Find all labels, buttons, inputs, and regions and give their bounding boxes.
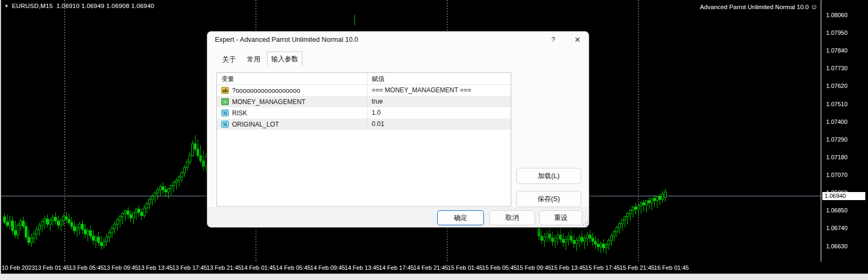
- time-axis-label: 10 Feb 2023: [2, 264, 35, 271]
- price-axis-label: 1.07400: [826, 119, 848, 125]
- mt4-window: ▼EURUSD,M15 1.06910 1.06949 1.06908 1.06…: [0, 0, 868, 280]
- time-axis-label: 14 Feb 21:45: [414, 264, 449, 271]
- chart-symbol-header[interactable]: ▼EURUSD,M15 1.06910 1.06949 1.06908 1.06…: [4, 3, 154, 9]
- time-axis-label: 13 Feb 05:45: [69, 264, 104, 271]
- table-header-row: 变量 赋值: [217, 73, 511, 85]
- param-value[interactable]: === MONEY_MANAGEMENT ===: [367, 85, 511, 96]
- load-button[interactable]: 加载(L): [516, 168, 581, 184]
- expert-advisor-label: Advanced Parrot Unlimited Normal 10.0☺: [700, 3, 818, 11]
- symbol-timeframe: EURUSD,M15: [12, 3, 53, 9]
- param-row[interactable]: ½ORIGINAL_LOT0.01: [217, 119, 511, 130]
- time-axis-label: 15 Feb 09:45: [517, 264, 552, 271]
- time-axis-label: 15 Feb 05:45: [482, 264, 517, 271]
- price-axis-label: 1.06740: [826, 225, 848, 231]
- dialog-tab-strip: 关于常用输入参数: [216, 51, 580, 66]
- column-header-value: 赋值: [367, 73, 511, 84]
- price-axis-label: 1.07510: [826, 101, 848, 107]
- close-icon[interactable]: ✕: [567, 32, 588, 48]
- time-axis-label: 13 Feb 21:45: [207, 264, 242, 271]
- dialog-titlebar[interactable]: Expert - Advanced Parrot Unlimited Norma…: [207, 32, 589, 48]
- resize-grip[interactable]: [583, 220, 588, 226]
- param-value[interactable]: 1.0: [367, 107, 511, 119]
- time-axis-label: 15 Feb 17:45: [585, 264, 620, 271]
- param-value[interactable]: true: [367, 96, 511, 107]
- price-axis-label: 1.07950: [826, 30, 848, 36]
- time-axis-label: 13 Feb 09:45: [104, 264, 139, 271]
- expert-properties-dialog: Expert - Advanced Parrot Unlimited Norma…: [207, 31, 589, 227]
- time-axis-label: 15 Feb 21:45: [620, 264, 655, 271]
- ok-button[interactable]: 确定: [437, 210, 484, 225]
- price-axis[interactable]: 1.080601.079501.078401.077301.076201.075…: [821, 0, 868, 274]
- ohlc-values: 1.06910 1.06949 1.06908 1.06940: [56, 3, 154, 9]
- ea-name: Advanced Parrot Unlimited Normal 10.0: [700, 4, 809, 10]
- tab-about[interactable]: 关于: [218, 53, 241, 66]
- time-axis-label: 15 Feb 13:45: [551, 264, 586, 271]
- param-value[interactable]: 0.01: [367, 119, 511, 130]
- number-param-icon: ½: [221, 121, 229, 128]
- price-axis-label: 1.07290: [826, 136, 848, 143]
- bool-param-icon: ~: [221, 98, 229, 105]
- number-param-icon: ½: [221, 109, 229, 116]
- window-bottom-strip: [0, 274, 868, 280]
- time-axis-label: 14 Feb 09:45: [310, 264, 345, 271]
- time-axis-label: 13 Feb 17:45: [172, 264, 207, 271]
- price-axis-label: 1.07840: [826, 47, 848, 54]
- param-row[interactable]: ab?oooooooooooooooooo=== MONEY_MANAGEMEN…: [217, 85, 511, 96]
- time-axis-label: 14 Feb 13:45: [345, 264, 380, 271]
- tab-inputs[interactable]: 输入参数: [267, 51, 302, 66]
- time-axis-label: 14 Feb 05:45: [276, 264, 311, 271]
- time-axis-label: 13 Feb 01:45: [35, 264, 70, 271]
- param-name: RISK: [232, 109, 247, 117]
- param-name: ORIGINAL_LOT: [232, 121, 279, 128]
- column-header-variable: 变量: [217, 73, 367, 84]
- reset-button[interactable]: 重设: [539, 210, 582, 225]
- price-axis-label: 1.07180: [826, 154, 848, 160]
- price-axis-label: 1.08060: [826, 12, 848, 18]
- price-axis-label: 1.06630: [826, 243, 848, 249]
- price-axis-label: 1.07070: [826, 172, 848, 178]
- param-name: MONEY_MANAGEMENT: [232, 98, 306, 106]
- ea-smiley-icon[interactable]: ☺: [811, 3, 818, 11]
- tab-common[interactable]: 常用: [242, 53, 265, 66]
- price-axis-label: 1.07620: [826, 83, 848, 89]
- param-name: ?oooooooooooooooooo: [232, 87, 300, 94]
- time-axis-label: 13 Feb 13:45: [138, 264, 173, 271]
- time-axis-label: 16 Feb 01:45: [654, 264, 689, 271]
- window-left-frame: [0, 0, 1, 274]
- string-param-icon: ab: [221, 87, 229, 94]
- time-axis-label: 15 Feb 01:45: [448, 264, 483, 271]
- time-axis-label: 14 Feb 17:45: [379, 264, 414, 271]
- param-row[interactable]: ~MONEY_MANAGEMENTtrue: [217, 96, 511, 107]
- dialog-title: Expert - Advanced Parrot Unlimited Norma…: [215, 36, 358, 43]
- save-button[interactable]: 保存(S): [516, 191, 581, 207]
- time-axis-label: 14 Feb 01:45: [241, 264, 276, 271]
- cancel-button[interactable]: 取消: [489, 210, 535, 225]
- chart-dropdown-icon[interactable]: ▼: [4, 4, 9, 9]
- price-axis-label: 1.06850: [826, 207, 848, 213]
- help-button[interactable]: ?: [542, 32, 564, 48]
- current-price-marker: 1.06940: [822, 192, 865, 200]
- parameters-table[interactable]: 变量 赋值 ab?oooooooooooooooooo=== MONEY_MAN…: [216, 72, 511, 207]
- time-axis[interactable]: 10 Feb 202313 Feb 01:4513 Feb 05:4513 Fe…: [0, 262, 868, 274]
- dialog-button-bar: 确定 取消 重设: [207, 208, 589, 227]
- price-axis-label: 1.07730: [826, 65, 848, 71]
- param-row[interactable]: ½RISK1.0: [217, 107, 511, 119]
